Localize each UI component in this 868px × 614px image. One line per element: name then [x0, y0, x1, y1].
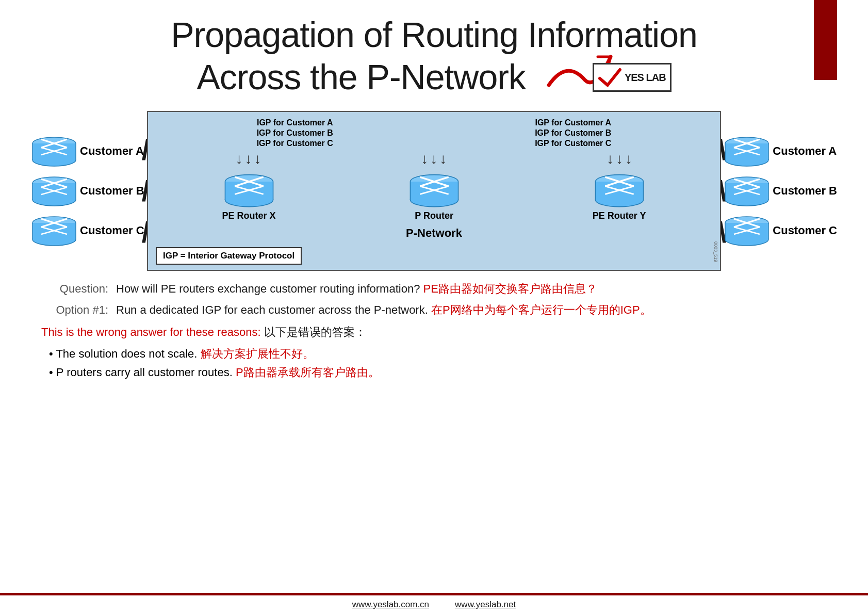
p-router-group: P Router — [408, 171, 460, 221]
question-cn: PE路由器如何交换客户路由信息？ — [420, 282, 597, 295]
pe-routers-row: PE Router X P Router — [156, 171, 712, 221]
wrong-answer-row: This is the wrong answer for these reaso… — [41, 325, 827, 340]
question-text: How will PE routers exchange customer ro… — [116, 280, 597, 297]
arrows-left: ↓ ↓ ↓ — [236, 151, 261, 167]
igp-right-1: IGP for Customer A — [535, 118, 611, 127]
question-row: Question: How will PE routers exchange c… — [41, 280, 827, 297]
pe-router-x-icon — [223, 171, 275, 208]
pe-router-x-label: PE Router X — [222, 211, 276, 221]
p-network-box: IGP for Customer A IGP for Customer B IG… — [147, 111, 721, 271]
left-customer-c: Customer C — [31, 214, 144, 247]
ce-router-c-right-icon — [724, 214, 770, 247]
yes-lab-text: YES LAB — [625, 72, 666, 83]
arrow-r3: ↓ — [625, 151, 632, 167]
pe-router-y-label: PE Router Y — [593, 211, 646, 221]
bullet-2-en: P routers carry all customer routes. — [56, 366, 233, 379]
content-section: Question: How will PE routers exchange c… — [31, 280, 837, 383]
arrows-mid: ↓ ↓ ↓ — [421, 151, 447, 167]
wrong-answer-en: This is the wrong answer for these reaso… — [41, 326, 261, 338]
footer: www.yeslab.com.cn www.yeslab.net — [0, 593, 868, 614]
question-en: How will PE routers exchange customer ro… — [116, 282, 420, 295]
bullet-1-en: The solution does not scale. — [56, 347, 197, 360]
arrow-l2: ↓ — [245, 151, 252, 167]
ce-router-c-left-icon — [31, 214, 77, 247]
right-ce-routers: Customer A Customer B — [724, 134, 837, 247]
arrow-l1: ↓ — [236, 151, 243, 167]
pe-router-y-icon — [594, 171, 645, 208]
ce-router-a-left-icon — [31, 134, 77, 168]
bullet-marker-1: • — [49, 347, 56, 360]
arrows-right: ↓ ↓ ↓ — [607, 151, 632, 167]
igp-right-2: IGP for Customer B — [535, 128, 611, 138]
arrow-m3: ↓ — [440, 151, 447, 167]
title-line2-text: Across the P-Network — [196, 58, 526, 96]
igp-group-left: IGP for Customer A IGP for Customer B IG… — [257, 118, 333, 148]
title-section: Propagation of Routing Information Acros… — [31, 15, 837, 101]
left-ce-routers: Customer A Customer B — [31, 134, 144, 247]
copyright-label: 0003_519 — [713, 241, 718, 262]
ce-router-a-right-icon — [724, 134, 770, 168]
left-customer-c-label: Customer C — [80, 224, 144, 237]
wrong-answer-cn: 以下是错误的答案： — [261, 326, 366, 338]
igp-left-3: IGP for Customer C — [257, 139, 333, 148]
yes-lab-logo: YES LAB — [546, 54, 672, 101]
question-label: Question: — [41, 280, 108, 297]
bullet-2-cn: P路由器承载所有客户路由。 — [233, 366, 380, 379]
option-label: Option #1: — [41, 301, 108, 318]
diagram-section: Customer A Customer B — [31, 111, 837, 271]
option-row: Option #1: Run a dedicated IGP for each … — [41, 301, 827, 318]
igp-group-right: IGP for Customer A IGP for Customer B IG… — [535, 118, 611, 148]
igp-left-2: IGP for Customer B — [257, 128, 333, 138]
pe-router-x-group: PE Router X — [222, 171, 276, 221]
dark-red-bar — [814, 0, 837, 80]
ce-router-b-left-icon — [31, 174, 77, 207]
arrow-r1: ↓ — [607, 151, 614, 167]
footer-link-2[interactable]: www.yeslab.net — [455, 600, 516, 610]
arrow-m1: ↓ — [421, 151, 429, 167]
pe-router-y-group: PE Router Y — [593, 171, 646, 221]
option-en: Run a dedicated IGP for each customer ac… — [116, 303, 428, 316]
p-router-icon — [408, 171, 460, 208]
arrow-m2: ↓ — [431, 151, 438, 167]
left-customer-b: Customer B — [31, 174, 144, 207]
right-customer-a: Customer A — [724, 134, 837, 168]
igp-legend-box: IGP = Interior Gateway Protocol — [156, 247, 302, 265]
p-network-label: P-Network — [156, 227, 712, 240]
bullet-marker-2: • — [49, 366, 56, 379]
footer-link-1[interactable]: www.yeslab.com.cn — [352, 600, 429, 610]
yes-lab-box: YES LAB — [593, 63, 672, 92]
right-customer-c-label: Customer C — [773, 224, 837, 237]
bullet-1-cn: 解决方案扩展性不好。 — [197, 347, 314, 360]
title-line2: Across the P-Network YES LAB — [31, 54, 837, 101]
igp-labels-row: IGP for Customer A IGP for Customer B IG… — [156, 118, 712, 148]
p-router-label: P Router — [415, 211, 453, 221]
option-text: Run a dedicated IGP for each customer ac… — [116, 301, 651, 318]
bullet-2: • P routers carry all customer routes. P… — [49, 365, 827, 380]
igp-right-3: IGP for Customer C — [535, 139, 611, 148]
arrows-row: ↓ ↓ ↓ ↓ ↓ ↓ ↓ ↓ ↓ — [156, 151, 712, 167]
right-customer-b: Customer B — [724, 174, 837, 207]
checkmark-icon — [598, 67, 621, 88]
title-line1: Propagation of Routing Information — [31, 15, 837, 54]
right-customer-b-label: Customer B — [773, 184, 837, 198]
left-customer-a: Customer A — [31, 134, 144, 168]
arrow-l3: ↓ — [254, 151, 261, 167]
bullet-1: • The solution does not scale. 解决方案扩展性不好… — [49, 346, 827, 362]
igp-left-1: IGP for Customer A — [257, 118, 333, 127]
right-customer-c: Customer C — [724, 214, 837, 247]
right-customer-a-label: Customer A — [773, 144, 837, 158]
bullet-list: • The solution does not scale. 解决方案扩展性不好… — [41, 346, 827, 380]
ce-router-b-right-icon — [724, 174, 770, 207]
left-customer-a-label: Customer A — [80, 144, 144, 158]
left-customer-b-label: Customer B — [80, 184, 144, 198]
arrow-r2: ↓ — [616, 151, 623, 167]
option-cn: 在P网络中为每个客户运行一个专用的IGP。 — [428, 303, 651, 316]
